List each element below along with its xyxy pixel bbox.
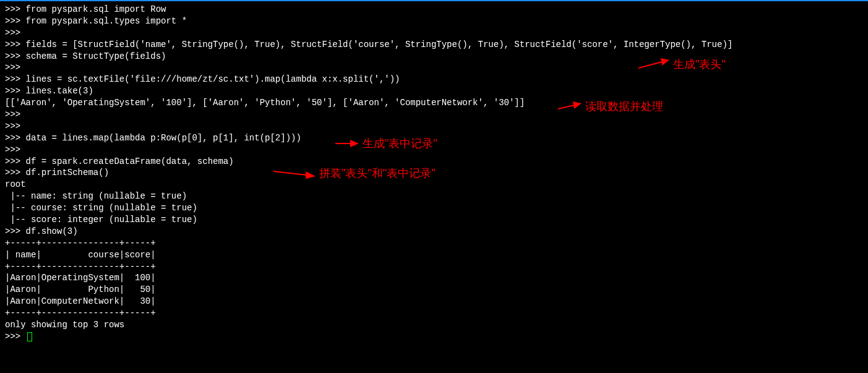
terminal-line: >>> from pyspark.sql import Row: [5, 4, 863, 15]
terminal-line: >>> from pyspark.sql.types import *: [5, 15, 863, 27]
terminal-line: >>>: [5, 27, 863, 39]
terminal-line: >>>: [5, 62, 863, 74]
terminal-line: >>> fields = [StructField('name', String…: [5, 39, 863, 51]
terminal-line: |Aaron|OperatingSystem| 100|: [5, 272, 863, 284]
terminal-line: root: [5, 179, 863, 191]
terminal-line: |-- score: integer (nullable = true): [5, 214, 863, 226]
terminal-line: | name| course|score|: [5, 249, 863, 261]
terminal-line: >>> df = spark.createDataFrame(data, sch…: [5, 156, 863, 168]
terminal-line: >>> lines.take(3): [5, 85, 863, 97]
terminal-line: >>> lines = sc.textFile('file:///home/zt…: [5, 74, 863, 85]
terminal-output[interactable]: >>> from pyspark.sql import Row>>> from …: [5, 4, 863, 343]
terminal-line: >>>: [5, 121, 863, 132]
terminal-line: >>> df.printSchema(): [5, 167, 863, 179]
terminal-line: [['Aaron', 'OperatingSystem', '100'], ['…: [5, 97, 863, 109]
terminal-line: >>>: [5, 144, 863, 156]
terminal-line: >>> schema = StructType(fields): [5, 51, 863, 62]
terminal-line: |-- name: string (nullable = true): [5, 191, 863, 202]
terminal-line: +-----+---------------+-----+: [5, 238, 863, 249]
terminal-line: +-----+---------------+-----+: [5, 261, 863, 273]
terminal-line: |-- course: string (nullable = true): [5, 202, 863, 214]
terminal-line: >>>: [5, 109, 863, 121]
terminal-line: >>> df.show(3): [5, 226, 863, 238]
cursor: [27, 332, 32, 341]
terminal-line: only showing top 3 rows: [5, 319, 863, 331]
terminal-line: |Aaron| Python| 50|: [5, 284, 863, 296]
terminal-line: +-----+---------------+-----+: [5, 307, 863, 319]
terminal-line: |Aaron|ComputerNetwork| 30|: [5, 296, 863, 307]
terminal-line: >>>: [5, 331, 863, 343]
terminal-line: >>> data = lines.map(lambda p:Row(p[0], …: [5, 132, 863, 144]
